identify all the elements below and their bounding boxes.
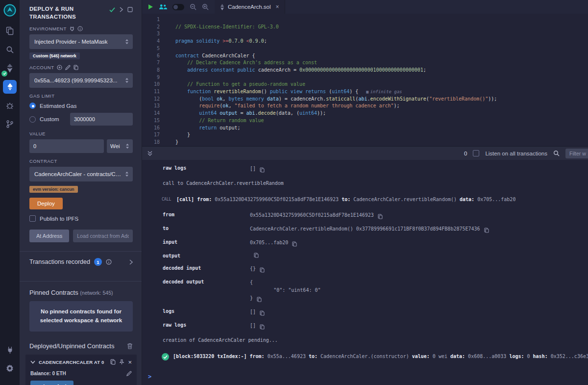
listen-all-checkbox[interactable] bbox=[473, 150, 479, 156]
editor-code[interactable]: // SPDX-License-Identifier: GPL-3.0 prag… bbox=[175, 16, 588, 146]
plug-icon[interactable] bbox=[70, 26, 74, 31]
pin-icon[interactable] bbox=[119, 359, 124, 365]
deploy-run-panel: DEPLOY & RUN TRANSACTIONS ENVIRONMENT In… bbox=[20, 0, 142, 385]
copy-icon[interactable] bbox=[260, 167, 265, 173]
debugger-icon[interactable] bbox=[3, 99, 17, 112]
copy-icon[interactable] bbox=[260, 267, 265, 273]
tab-title: CadenceArch.sol bbox=[228, 4, 271, 10]
compile-success-badge-icon bbox=[1, 71, 7, 77]
terminal: 0 Listen on all transactions raw logs[]c… bbox=[142, 146, 588, 385]
terminal-kv-row: output bbox=[142, 250, 588, 262]
gas-limit-label: GAS LIMIT bbox=[29, 93, 133, 99]
terminal-kv-row: decoded output{ "0": "uint64: 0"} bbox=[142, 276, 588, 305]
copy-icon[interactable] bbox=[254, 253, 259, 258]
theme-toggle[interactable] bbox=[172, 4, 184, 10]
copy-icon[interactable] bbox=[110, 359, 116, 365]
terminal-kv-row: logs[] bbox=[142, 305, 588, 319]
file-explorer-icon[interactable] bbox=[3, 24, 17, 38]
chevron-right-icon[interactable] bbox=[129, 259, 133, 265]
account-select[interactable]: 0x55a...46923 (999.999945323... bbox=[29, 73, 133, 88]
pin-panel-icon[interactable] bbox=[127, 7, 133, 12]
edit-balance-icon[interactable] bbox=[126, 371, 132, 376]
copy-icon[interactable] bbox=[378, 214, 383, 219]
at-address-button[interactable]: At Address bbox=[29, 230, 69, 242]
plugin-manager-icon[interactable] bbox=[3, 343, 17, 357]
run-script-icon[interactable] bbox=[148, 4, 153, 10]
contract-fn-button[interactable]: cadenceArch bbox=[30, 381, 74, 385]
chevron-down-icon[interactable] bbox=[30, 360, 35, 364]
success-check-icon bbox=[162, 353, 169, 360]
select-stepper-icon bbox=[125, 77, 129, 83]
close-tab-icon[interactable]: × bbox=[276, 3, 279, 10]
chevron-right-icon[interactable] bbox=[120, 7, 123, 12]
zoom-in-icon[interactable] bbox=[202, 3, 209, 10]
info-icon[interactable] bbox=[77, 26, 83, 31]
search-icon[interactable] bbox=[3, 43, 17, 56]
terminal-prompt[interactable]: > bbox=[142, 369, 588, 385]
live-collab-people-icon[interactable] bbox=[159, 4, 167, 10]
copy-icon[interactable] bbox=[292, 241, 297, 247]
terminal-body[interactable]: raw logs[]call to CadenceArchCaler.rever… bbox=[142, 160, 588, 385]
deploy-button[interactable]: Deploy bbox=[29, 198, 63, 209]
remix-app: DEPLOY & RUN TRANSACTIONS ENVIRONMENT In… bbox=[0, 0, 588, 385]
contract-instance-title[interactable]: CADENCEARCHCALER AT 0 bbox=[39, 359, 107, 365]
add-account-icon[interactable] bbox=[57, 65, 62, 70]
terminal-kv-row: raw logs[] bbox=[142, 162, 588, 176]
tab-cadencearch[interactable]: CadenceArch.sol × bbox=[215, 0, 285, 14]
gas-estimated-option[interactable]: Estimated Gas bbox=[29, 103, 133, 109]
terminal-kv-row: from0x55a1320D432759960C5Df0215a8dF78e1E… bbox=[142, 208, 588, 222]
deploy-run-icon[interactable] bbox=[3, 80, 17, 94]
contract-label: CONTRACT bbox=[29, 158, 133, 164]
code-editor[interactable]: 123456789101112131415161718 // SPDX-Lice… bbox=[142, 14, 588, 146]
contract-balance: Balance: 0 ETH bbox=[30, 371, 66, 376]
terminal-pending-count: 0 bbox=[464, 151, 467, 156]
contract-select[interactable]: CadenceArchCaler - contracts/Cad... bbox=[29, 167, 133, 181]
radio-unselected-icon[interactable] bbox=[29, 116, 36, 123]
settings-gear-icon[interactable] bbox=[3, 361, 17, 375]
terminal-tx-summary[interactable]: call[call] from: 0x55a1320D432759960C5Df… bbox=[142, 191, 588, 208]
select-stepper-icon bbox=[125, 143, 129, 149]
editor-gutter[interactable]: 123456789101112131415161718 bbox=[142, 16, 167, 146]
gas-estimate-annotation: ▦infinite gas bbox=[366, 89, 402, 94]
zoom-out-icon[interactable] bbox=[190, 3, 196, 10]
solidity-compiler-icon[interactable] bbox=[3, 61, 17, 75]
source-control-icon[interactable] bbox=[3, 117, 17, 131]
pinned-empty-message: No pinned contracts found for selected w… bbox=[29, 301, 133, 332]
gas-custom-input[interactable] bbox=[70, 113, 133, 126]
close-icon[interactable]: × bbox=[128, 359, 132, 365]
deployed-contracts-title: Deployed/Unpinned Contracts bbox=[29, 342, 114, 350]
success-check-icon bbox=[109, 7, 115, 12]
remix-logo-icon[interactable] bbox=[3, 3, 17, 17]
copy-icon[interactable] bbox=[260, 310, 265, 316]
terminal-text-line: call to CadenceArchCaler.revertibleRando… bbox=[142, 176, 588, 191]
trash-icon[interactable] bbox=[127, 343, 133, 349]
publish-ipfs-row: Publish to IPFS bbox=[29, 215, 133, 222]
editor-tabbar: CadenceArch.sol × bbox=[142, 0, 588, 14]
terminal-search-icon[interactable] bbox=[553, 150, 560, 156]
ipfs-checkbox[interactable] bbox=[29, 215, 36, 222]
terminal-kv-row: input0x705...fab20 bbox=[142, 236, 588, 250]
environment-select[interactable]: Injected Provider - MetaMask bbox=[29, 34, 133, 49]
radio-selected-icon[interactable] bbox=[29, 103, 36, 109]
evm-version-badge: evm version: cancun bbox=[29, 186, 78, 193]
edit-account-icon[interactable] bbox=[65, 65, 71, 70]
account-label: ACCOUNT bbox=[29, 65, 133, 70]
pinned-contracts-title: Pinned Contracts (network: 545) bbox=[29, 289, 133, 296]
copy-icon[interactable] bbox=[484, 228, 489, 233]
value-input[interactable] bbox=[29, 139, 104, 153]
value-unit-select[interactable]: Wei bbox=[107, 139, 133, 153]
info-icon[interactable] bbox=[106, 259, 112, 265]
select-stepper-icon bbox=[125, 39, 129, 45]
listen-all-label: Listen on all transactions bbox=[485, 151, 547, 156]
copy-icon[interactable] bbox=[257, 297, 262, 302]
copy-account-icon[interactable] bbox=[74, 65, 78, 70]
terminal-text-line: creation of CadenceArchCaler pending... bbox=[142, 333, 588, 348]
panel-title: DEPLOY & RUN TRANSACTIONS bbox=[29, 5, 103, 21]
environment-label: ENVIRONMENT bbox=[29, 26, 133, 31]
collapse-terminal-icon[interactable] bbox=[147, 151, 153, 156]
terminal-filter-input[interactable] bbox=[565, 149, 588, 158]
at-address-input[interactable] bbox=[73, 230, 133, 242]
copy-icon[interactable] bbox=[260, 324, 265, 330]
gas-custom-option[interactable]: Custom bbox=[29, 113, 133, 126]
terminal-tx-summary[interactable]: [block:5033220 txIndex:-] from: 0x55a...… bbox=[142, 348, 588, 366]
